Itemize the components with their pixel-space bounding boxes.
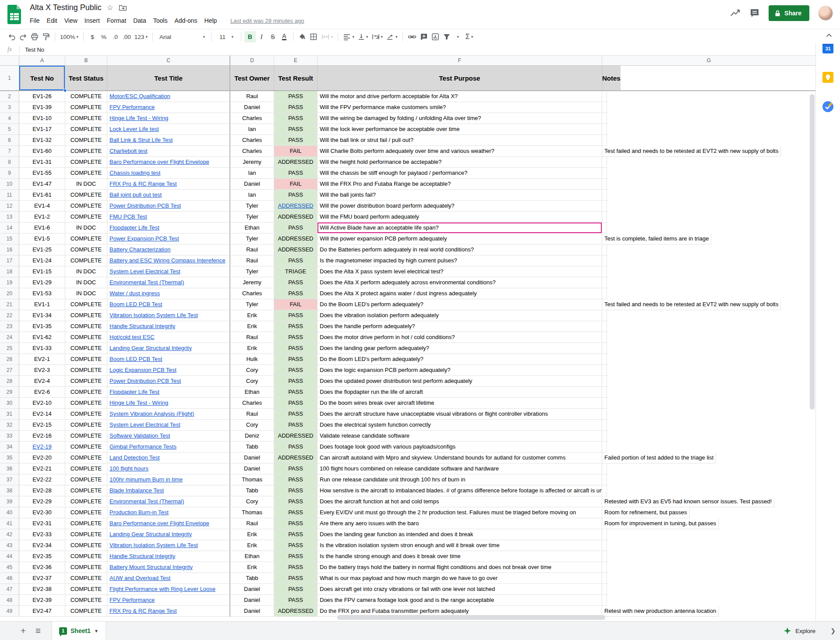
cell-status[interactable]: COMPLETE bbox=[65, 606, 107, 617]
cell-title[interactable]: Land Detection Test bbox=[107, 453, 230, 463]
cell-status[interactable]: COMPLETE bbox=[65, 233, 107, 244]
row-header-13[interactable]: 13 bbox=[0, 212, 19, 223]
cell-result[interactable]: PASS bbox=[274, 113, 318, 124]
row-header-17[interactable]: 17 bbox=[0, 255, 19, 266]
cell-notes[interactable] bbox=[602, 387, 607, 398]
cell-status[interactable]: COMPLETE bbox=[65, 398, 107, 409]
cell-owner[interactable]: Daniel bbox=[230, 179, 274, 190]
cell-status[interactable]: COMPLETE bbox=[65, 212, 107, 223]
text-wrap-select[interactable]: ▾ bbox=[370, 31, 385, 42]
cell-title[interactable]: Gimbal Performance Tests bbox=[107, 442, 230, 453]
cell-no[interactable]: EV1-25 bbox=[19, 244, 65, 255]
cell-notes[interactable] bbox=[602, 310, 607, 321]
column-header-G[interactable]: G bbox=[602, 56, 815, 65]
cell-title[interactable]: Power Expansion PCB Test bbox=[107, 233, 230, 244]
collapse-toolbar-button[interactable] bbox=[826, 32, 832, 39]
row-header-47[interactable]: 47 bbox=[0, 584, 19, 595]
menu-data[interactable]: Data bbox=[130, 16, 150, 25]
cell-title[interactable]: FPV Performance bbox=[107, 595, 230, 606]
cell-notes[interactable] bbox=[602, 562, 607, 573]
cell-owner[interactable]: Daniel bbox=[230, 584, 274, 595]
cell-no[interactable]: EV1-34 bbox=[19, 310, 65, 321]
cell-purpose[interactable]: Will the power distribution board perfor… bbox=[318, 201, 602, 212]
cell-status[interactable]: COMPLETE bbox=[65, 474, 107, 485]
cell-purpose[interactable]: Will the ball link or strut fail / pull … bbox=[318, 135, 602, 146]
cell-result[interactable]: PASS bbox=[274, 496, 318, 507]
cell-purpose[interactable]: Does the Alta X perform adequately acros… bbox=[318, 277, 602, 288]
strikethrough-button[interactable]: S bbox=[267, 31, 279, 42]
row-header-49[interactable]: 49 bbox=[0, 606, 19, 617]
explore-button[interactable]: Explore bbox=[779, 624, 820, 637]
cell-result[interactable]: PASS bbox=[274, 420, 318, 431]
cell-notes[interactable] bbox=[602, 343, 607, 354]
row-header-40[interactable]: 40 bbox=[0, 507, 19, 518]
cell-link[interactable]: Chassis loading test bbox=[109, 170, 160, 176]
row-header-48[interactable]: 48 bbox=[0, 595, 19, 606]
side-panel-chevron[interactable]: ❯ bbox=[830, 627, 836, 634]
redo-button[interactable] bbox=[18, 31, 29, 42]
cell-notes[interactable] bbox=[602, 321, 607, 332]
font-select[interactable]: Arial▾ bbox=[156, 31, 208, 42]
cell-notes[interactable] bbox=[602, 223, 607, 233]
cell-no[interactable]: EV1-53 bbox=[19, 288, 65, 299]
cell-owner[interactable]: Ian bbox=[230, 190, 274, 201]
cell-title[interactable]: System Vibration Analysis (Flight) bbox=[107, 409, 230, 420]
cell-title[interactable]: FPV Performance bbox=[107, 102, 230, 113]
row-header-4[interactable]: 4 bbox=[0, 113, 19, 124]
cell-owner[interactable]: Tabb bbox=[230, 573, 274, 584]
cell-no[interactable]: EV2-22 bbox=[19, 474, 65, 485]
header-cell-test-no[interactable]: Test No bbox=[19, 66, 65, 90]
cell-purpose[interactable]: Does the logic expansion PCB perform ade… bbox=[318, 365, 602, 376]
cell-title[interactable]: Ball joint pull out test bbox=[107, 190, 230, 201]
cell-link[interactable]: System Vibration Analysis (Flight) bbox=[109, 410, 194, 417]
merge-cells-button[interactable]: ▾ bbox=[319, 31, 335, 42]
cell-no[interactable]: EV1-47 bbox=[19, 179, 65, 190]
cell-link[interactable]: Hinge Life Test - Wiring bbox=[109, 400, 168, 406]
cell-result[interactable]: FAIL bbox=[274, 299, 318, 310]
cell-notes[interactable] bbox=[602, 551, 607, 562]
vertical-align-select[interactable]: ▾ bbox=[356, 31, 370, 42]
cell-purpose[interactable]: Do the boom wires break over aircraft li… bbox=[318, 398, 602, 409]
row-header-29[interactable]: 29 bbox=[0, 387, 19, 398]
cell-notes[interactable] bbox=[602, 398, 607, 409]
row-header-35[interactable]: 35 bbox=[0, 453, 19, 463]
cell-notes[interactable] bbox=[602, 463, 607, 474]
cell-no[interactable]: EV2-10 bbox=[19, 398, 65, 409]
cell-owner[interactable]: Thomas bbox=[230, 507, 274, 518]
cell-status[interactable]: COMPLETE bbox=[65, 420, 107, 431]
cell-title[interactable]: Charliebolt test bbox=[107, 146, 230, 157]
cell-no[interactable]: EV1-17 bbox=[19, 124, 65, 135]
cell-title[interactable]: Handle Structural Integrity bbox=[107, 321, 230, 332]
cell-title[interactable]: Environmental Test (Thermal) bbox=[107, 277, 230, 288]
cell-no[interactable]: EV1-24 bbox=[19, 255, 65, 266]
cell-owner[interactable]: Raul bbox=[230, 518, 274, 529]
cell-link[interactable]: AUW and Overload Test bbox=[109, 575, 170, 581]
font-size-select[interactable]: 11▾ bbox=[215, 31, 238, 42]
cell-result[interactable]: FAIL bbox=[274, 179, 318, 190]
cell-owner[interactable]: Tabb bbox=[230, 485, 274, 496]
cell-link[interactable]: EV2-19 bbox=[32, 443, 51, 450]
cell-owner[interactable]: Erik bbox=[230, 529, 274, 540]
cell-link[interactable]: Charliebolt test bbox=[109, 148, 148, 154]
cell-link[interactable]: Handle Structural Integrity bbox=[109, 323, 175, 329]
cell-notes[interactable]: Retested with EV3 as EV5 had known senso… bbox=[602, 496, 774, 507]
cell-notes[interactable] bbox=[602, 420, 607, 431]
tasks-icon[interactable] bbox=[822, 101, 834, 113]
cell-no[interactable]: EV1-2 bbox=[19, 212, 65, 223]
cell-status[interactable]: COMPLETE bbox=[65, 157, 107, 168]
cell-purpose[interactable]: Do the battery trays hold the battery in… bbox=[318, 562, 602, 573]
cell-result[interactable]: PASS bbox=[274, 507, 318, 518]
cell-notes[interactable] bbox=[602, 255, 607, 266]
cell-title[interactable]: Baro Performance over Flight Envelope bbox=[107, 157, 230, 168]
cell-title[interactable]: FMU PCB Test bbox=[107, 212, 230, 223]
row-header-41[interactable]: 41 bbox=[0, 518, 19, 529]
cell-result[interactable]: ADDRESSED bbox=[274, 233, 318, 244]
cell-result[interactable]: PASS bbox=[274, 463, 318, 474]
cell-owner[interactable]: Daniel bbox=[230, 606, 274, 617]
row-header-9[interactable]: 9 bbox=[0, 168, 19, 179]
cell-link[interactable]: Flopdapter Life Test bbox=[109, 389, 159, 395]
cell-link[interactable]: Baro Performance over Flight Envelope bbox=[109, 520, 209, 527]
row-header-24[interactable]: 24 bbox=[0, 332, 19, 343]
cell-status[interactable]: COMPLETE bbox=[65, 485, 107, 496]
decrease-decimal-button[interactable]: .0 bbox=[109, 31, 121, 42]
